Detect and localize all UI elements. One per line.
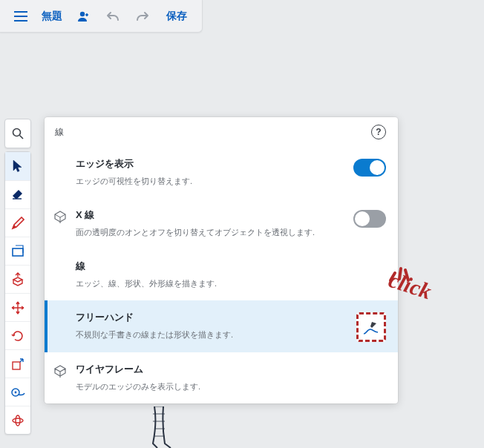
svg-point-11 xyxy=(15,391,17,393)
panel-item-wireframe-desc: モデルのエッジのみを表示します. xyxy=(76,381,379,393)
tool-scale[interactable] xyxy=(5,349,30,378)
top-toolbar: 無題 保存 xyxy=(0,0,203,33)
user-icon xyxy=(76,10,90,23)
move-icon xyxy=(11,301,24,314)
tool-move[interactable] xyxy=(5,293,30,321)
edges-toggle[interactable] xyxy=(353,159,386,177)
svg-line-7 xyxy=(20,136,24,139)
svg-rect-9 xyxy=(13,362,20,369)
user-button[interactable] xyxy=(70,3,97,30)
scale-icon xyxy=(11,358,24,371)
svg-point-6 xyxy=(13,129,21,136)
click-callout: click xyxy=(393,267,436,292)
svg-point-13 xyxy=(16,415,20,426)
tool-select[interactable] xyxy=(5,152,30,180)
panel-item-line-title: 線 xyxy=(76,260,379,273)
tool-tape-measure[interactable] xyxy=(5,378,30,406)
pencil-icon xyxy=(11,217,24,230)
panel-header: 線 ? xyxy=(45,117,398,147)
panel-item-wireframe[interactable]: ワイヤフレーム モデルのエッジのみを表示します. xyxy=(45,352,398,403)
tool-eraser[interactable] xyxy=(5,180,30,208)
panel-item-edges-title: エッジを表示 xyxy=(76,157,346,171)
panel-item-freehand-desc: 不規則な手書きの線または形状を描きます. xyxy=(76,329,349,341)
panel-item-edges-desc: エッジの可視性を切り替えます. xyxy=(76,175,346,188)
panel-item-xray-desc: 面の透明度のオンとオフを切り替えてオブジェクトを透視します. xyxy=(76,226,346,239)
eraser-icon xyxy=(10,189,25,201)
tool-search[interactable] xyxy=(5,119,30,148)
xray-icon xyxy=(53,210,67,223)
panel-item-freehand-title: フリーハンド xyxy=(76,311,349,324)
tool-push-pull[interactable] xyxy=(5,265,30,293)
tool-strip xyxy=(4,119,31,435)
select-icon xyxy=(13,159,23,173)
panel-item-freehand[interactable]: フリーハンド 不規則な手書きの線または形状を描きます. xyxy=(45,300,398,352)
panel-item-wireframe-title: ワイヤフレーム xyxy=(76,363,379,376)
help-icon: ? xyxy=(376,127,381,137)
panel-item-line-desc: エッジ、線、形状、外形線を描きます. xyxy=(76,277,379,290)
search-icon xyxy=(11,127,24,140)
panel-item-edges[interactable]: エッジを表示 エッジの可視性を切り替えます. xyxy=(45,147,398,198)
tool-pencil[interactable] xyxy=(5,208,30,237)
wireframe-icon xyxy=(53,364,67,378)
svg-point-12 xyxy=(13,418,23,423)
push-pull-icon xyxy=(11,272,24,287)
undo-button[interactable] xyxy=(99,3,126,30)
xray-toggle[interactable] xyxy=(353,210,386,228)
orbit-icon xyxy=(11,414,24,427)
styles-panel: 線 ? エッジを表示 エッジの可視性を切り替えます. X 線 面の透明度のオンと… xyxy=(45,117,398,403)
redo-button[interactable] xyxy=(129,3,156,30)
panel-title: 線 xyxy=(55,126,64,139)
freehand-tool-icon xyxy=(362,320,380,337)
menu-button[interactable] xyxy=(7,3,34,30)
document-title: 無題 xyxy=(37,10,67,23)
undo-icon xyxy=(106,10,120,22)
help-button[interactable]: ? xyxy=(371,125,386,139)
rotate-icon xyxy=(11,329,24,343)
panel-item-line[interactable]: 線 エッジ、線、形状、外形線を描きます. xyxy=(45,249,398,300)
menu-icon xyxy=(14,11,27,22)
tool-rotate[interactable] xyxy=(5,321,30,349)
tape-measure-icon xyxy=(10,386,25,398)
tool-orbit[interactable] xyxy=(5,406,30,434)
panel-item-xray[interactable]: X 線 面の透明度のオンとオフを切り替えてオブジェクトを透視します. xyxy=(45,198,398,249)
freehand-tool-button[interactable] xyxy=(356,312,386,342)
redo-icon xyxy=(136,10,149,22)
save-button[interactable]: 保存 xyxy=(159,10,194,23)
panel-item-xray-title: X 線 xyxy=(76,208,346,222)
tool-rectangle[interactable] xyxy=(5,237,30,265)
rectangle-icon xyxy=(11,245,24,258)
scale-figure xyxy=(145,406,197,448)
svg-point-5 xyxy=(80,11,85,16)
svg-rect-8 xyxy=(13,248,23,256)
